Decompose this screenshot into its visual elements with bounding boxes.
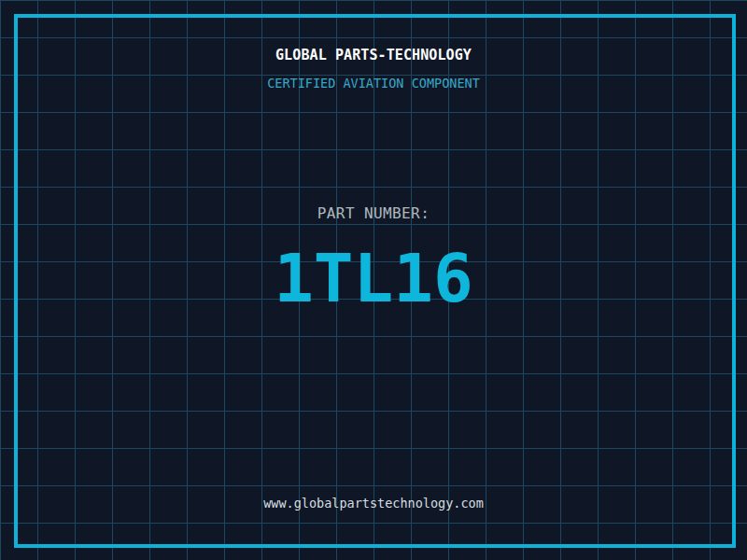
certification-subtitle: CERTIFIED AVIATION COMPONENT	[0, 76, 747, 91]
part-number-label: PART NUMBER:	[0, 204, 747, 222]
part-certificate-screen: GLOBAL PARTS-TECHNOLOGY CERTIFIED AVIATI…	[0, 0, 747, 560]
website-url: www.globalpartstechnology.com	[0, 496, 747, 511]
company-title: GLOBAL PARTS-TECHNOLOGY	[0, 47, 747, 63]
part-number-value: 1TL16	[0, 245, 747, 312]
